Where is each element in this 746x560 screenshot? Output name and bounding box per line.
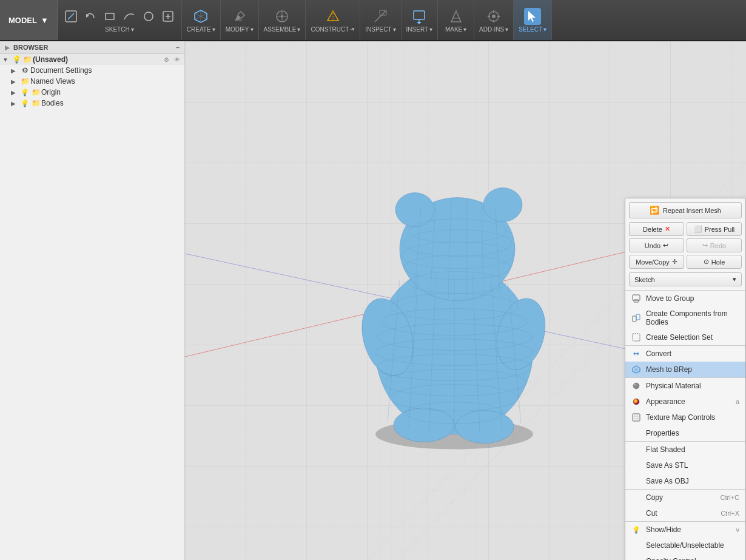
physical-material-icon	[631, 381, 641, 391]
toolbar-group-inspect[interactable]: INSPECT▾	[360, 0, 401, 40]
ctx-item-create-selection-set[interactable]: Create Selection Set	[625, 329, 745, 345]
copy-label: Copy	[646, 493, 663, 502]
cut-shortcut: Ctrl+X	[721, 510, 739, 517]
ctx-item-opacity[interactable]: Opacity Control ▶	[625, 553, 745, 560]
cut-icon	[631, 508, 641, 518]
tree-item-document-settings[interactable]: ▶ ⚙ Document Settings	[0, 65, 184, 76]
appearance-label: Appearance	[646, 397, 685, 406]
sketch-row: Sketch ▾	[625, 271, 745, 290]
undo-btn[interactable]: Undo ↩	[629, 238, 684, 252]
root-eye-icon[interactable]: 👁	[172, 56, 182, 64]
ctx-item-flat-shaded[interactable]: Flat Shaded	[625, 442, 745, 457]
press-pull-icon: ⬜	[694, 225, 702, 233]
model-dropdown[interactable]: MODEL ▼	[0, 0, 58, 40]
ctx-item-show-hide[interactable]: 💡 Show/Hide v	[625, 522, 745, 538]
create-components-label: Create Components from Bodies	[646, 309, 739, 326]
ctx-item-copy[interactable]: Copy Ctrl+C	[625, 490, 745, 505]
svg-marker-27	[528, 11, 536, 22]
ctx-item-save-obj[interactable]: Save As OBJ	[625, 473, 745, 489]
tree-item-root[interactable]: ▼ 💡 📁 (Unsaved) ⚙ 👁	[0, 54, 184, 65]
opacity-icon	[631, 556, 641, 560]
sketch-plus-icon	[160, 8, 176, 25]
btn-row-3: Move/Copy ✛ ⊙ Hole	[629, 255, 742, 269]
toolbar-group-sketch[interactable]: SKETCH ▾	[58, 0, 182, 40]
insert-group-label: INSERT▾	[406, 26, 433, 33]
ctx-item-move-to-group[interactable]: Move to Group	[625, 291, 745, 306]
ctx-item-texture-map[interactable]: Texture Map Controls	[625, 410, 745, 425]
svg-point-22	[492, 15, 496, 18]
opacity-label: Opacity Control	[646, 557, 696, 560]
ctx-item-selectable[interactable]: Selectable/Unselectable	[625, 538, 745, 553]
sketch-new-icon	[62, 8, 79, 25]
ctx-item-save-stl[interactable]: Save As STL	[625, 457, 745, 473]
repeat-insert-mesh-btn[interactable]: 🔁 Repeat Insert Mesh	[629, 202, 742, 218]
toolbar-group-addins[interactable]: ADD-INS▾	[474, 0, 514, 40]
create-selection-set-label: Create Selection Set	[646, 333, 713, 342]
quick-action-btns: Delete ✕ ⬜ Press Pull Undo ↩ ↪ R	[625, 218, 745, 271]
appearance-shortcut: a	[736, 398, 739, 405]
tree-item-named-views[interactable]: ▶ 📁 Named Views	[0, 76, 184, 87]
sketch-dropdown-arrow: ▾	[733, 275, 736, 283]
delete-btn[interactable]: Delete ✕	[629, 222, 684, 236]
move-to-group-label: Move to Group	[646, 294, 694, 303]
ctx-item-create-components[interactable]: Create Components from Bodies	[625, 306, 745, 329]
doc-settings-gear-icon: ⚙	[19, 66, 30, 75]
ctx-item-cut[interactable]: Cut Ctrl+X	[625, 505, 745, 521]
flat-shaded-label: Flat Shaded	[646, 445, 685, 454]
press-pull-btn[interactable]: ⬜ Press Pull	[687, 222, 742, 236]
toolbar-group-modify[interactable]: MODIFY▾	[221, 0, 259, 40]
sketch-dropdown-label: Sketch	[634, 276, 655, 283]
move-copy-btn[interactable]: Move/Copy ✛	[629, 255, 684, 269]
addins-icon	[485, 8, 502, 25]
appearance-icon	[631, 397, 641, 407]
mesh-to-brep-label: Mesh to BRep	[646, 365, 692, 374]
sketch-dropdown-btn[interactable]: Sketch ▾	[629, 272, 742, 286]
root-gear-icon[interactable]: ⚙	[162, 56, 171, 64]
doc-settings-arrow: ▶	[11, 67, 19, 74]
model-label: MODEL	[8, 16, 37, 25]
selectable-label: Selectable/Unselectable	[646, 541, 724, 550]
create-group-label: CREATE▾	[187, 26, 215, 33]
hole-btn[interactable]: ⊙ Hole	[687, 255, 742, 269]
browser-expand-icon[interactable]: ▶	[5, 44, 10, 51]
svg-rect-73	[636, 314, 640, 320]
toolbar-group-insert[interactable]: INSERT▾	[402, 0, 439, 40]
ctx-item-appearance[interactable]: Appearance a	[625, 394, 745, 410]
toolbar-group-assemble[interactable]: ASSEMBLE▾	[259, 0, 306, 40]
named-views-arrow: ▶	[11, 78, 19, 85]
create-icon	[192, 8, 209, 25]
select-icon	[524, 8, 541, 25]
redo-icon: ↪	[702, 241, 708, 249]
copy-shortcut: Ctrl+C	[721, 494, 739, 501]
toolbar-group-construct[interactable]: CONSTRUCT -▾	[306, 0, 360, 40]
copy-icon	[631, 493, 641, 502]
toolbar-group-make[interactable]: MAKE▾	[438, 0, 474, 40]
addins-group-label: ADD-INS▾	[479, 26, 508, 33]
ctx-item-properties[interactable]: Properties	[625, 425, 745, 441]
ctx-item-physical-material[interactable]: Physical Material	[625, 378, 745, 394]
undo-icon: ↩	[663, 241, 668, 249]
toolbar-group-select[interactable]: SELECT▾	[514, 0, 552, 40]
ctx-item-convert[interactable]: Convert	[625, 346, 745, 362]
save-obj-label: Save As OBJ	[646, 477, 689, 485]
tree-item-bodies[interactable]: ▶ 💡 📁 Bodies	[0, 98, 184, 109]
viewport[interactable]: 🔁 Repeat Insert Mesh Delete ✕ ⬜ Press Pu…	[185, 41, 746, 560]
browser-collapse-btn[interactable]: –	[176, 44, 180, 51]
ctx-item-mesh-to-brep[interactable]: Mesh to BRep	[625, 362, 745, 377]
texture-map-label: Texture Map Controls	[646, 413, 715, 422]
svg-point-77	[633, 383, 639, 389]
texture-map-icon	[631, 413, 641, 422]
save-stl-icon	[631, 460, 641, 470]
named-views-label: Named Views	[30, 77, 182, 86]
svg-rect-72	[633, 316, 636, 322]
mesh-to-brep-icon	[631, 365, 641, 374]
svg-line-15	[375, 11, 386, 22]
opacity-submenu-arrow: ▶	[734, 558, 739, 561]
show-hide-shortcut: v	[736, 526, 740, 533]
redo-btn[interactable]: ↪ Redo	[687, 238, 742, 252]
tree-item-origin[interactable]: ▶ 💡 📁 Origin	[0, 87, 184, 98]
browser-tree: ▼ 💡 📁 (Unsaved) ⚙ 👁 ▶ ⚙ Document Setting…	[0, 54, 184, 109]
doc-settings-label: Document Settings	[30, 66, 182, 75]
toolbar-group-create[interactable]: CREATE▾	[182, 0, 221, 40]
model-dropdown-arrow: ▼	[41, 16, 49, 25]
